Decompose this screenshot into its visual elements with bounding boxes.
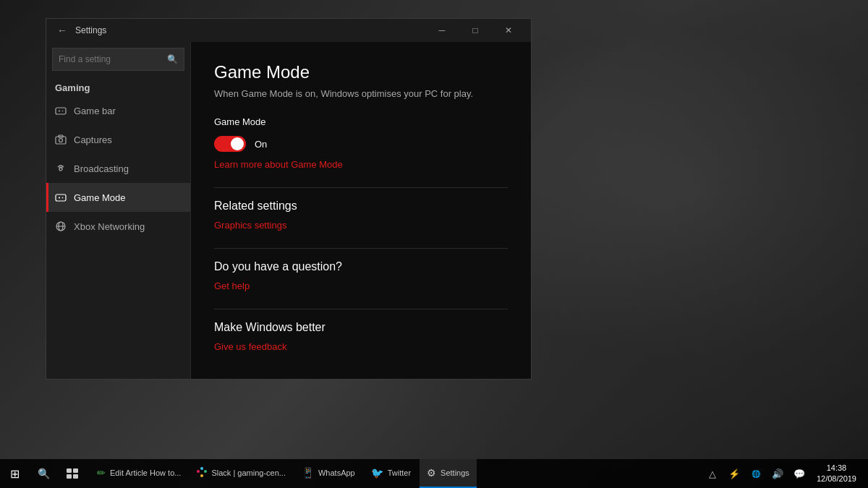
xbox-networking-icon [55, 221, 67, 232]
taskbar-app-edit-article[interactable]: ✏ Edit Article How to... [90, 459, 188, 488]
svg-rect-16 [73, 468, 78, 473]
twitter-icon: 🐦 [371, 467, 383, 479]
svg-rect-15 [67, 468, 72, 473]
edit-article-icon: ✏ [97, 467, 106, 479]
taskbar-apps: ✏ Edit Article How to... Slack | gaming-… [87, 459, 702, 488]
back-button[interactable]: ← [52, 20, 72, 40]
sidebar-item-captures[interactable]: Captures [46, 125, 190, 154]
sidebar-item-captures-label: Captures [74, 134, 112, 145]
game-mode-toggle[interactable] [214, 136, 246, 152]
close-button[interactable]: ✕ [492, 19, 525, 42]
sidebar-item-game-bar-label: Game bar [74, 106, 116, 116]
question-heading: Do you have a question? [214, 260, 508, 273]
svg-point-5 [59, 139, 63, 142]
sidebar-item-game-bar[interactable]: Game bar [46, 96, 190, 125]
page-description: When Game Mode is on, Windows optimises … [214, 88, 508, 99]
sidebar-item-broadcasting[interactable]: Broadcasting [46, 154, 190, 183]
title-bar: ← Settings ─ □ ✕ [46, 19, 531, 42]
whatsapp-icon: 📱 [302, 467, 314, 479]
settings-icon: ⚙ [427, 467, 436, 479]
edit-article-label: Edit Article How to... [110, 468, 181, 477]
taskbar-tray: △ ⚡ 🌐 🔊 💬 14:38 12/08/2019 [702, 459, 868, 488]
page-title: Game Mode [214, 62, 508, 82]
game-mode-setting-label: Game Mode [214, 116, 508, 127]
tray-icon-4[interactable]: 💬 [789, 459, 809, 488]
taskbar-app-whatsapp[interactable]: 📱 WhatsApp [294, 459, 362, 488]
start-button[interactable]: ⊞ [0, 459, 29, 488]
clock-time: 14:38 [827, 463, 847, 474]
svg-rect-17 [67, 474, 72, 479]
graphics-settings-link[interactable]: Graphics settings [214, 220, 286, 231]
task-view-button[interactable] [58, 459, 87, 488]
taskbar-app-twitter[interactable]: 🐦 Twitter [364, 459, 418, 488]
toggle-knob [231, 137, 244, 150]
tray-icon-2[interactable]: 🌐 [746, 459, 766, 488]
game-bar-icon [55, 105, 67, 116]
tray-icon-3[interactable]: 🔊 [767, 459, 788, 488]
minimize-button[interactable]: ─ [425, 19, 459, 42]
divider-1 [214, 187, 508, 188]
tray-icon-1[interactable]: ⚡ [724, 459, 744, 488]
window-title: Settings [75, 25, 106, 35]
divider-3 [214, 309, 508, 309]
slack-label: Slack | gaming-cen... [211, 468, 286, 477]
search-icon: 🔍 [167, 54, 178, 64]
sidebar-item-xbox-networking-label: Xbox Networking [74, 221, 145, 232]
captures-icon [55, 134, 67, 145]
sidebar-section-label: Gaming [46, 77, 190, 96]
sidebar: 🔍 Gaming Game bar [46, 42, 191, 379]
taskbar-clock[interactable]: 14:38 12/08/2019 [811, 463, 862, 485]
taskbar-search-button[interactable]: 🔍 [29, 459, 58, 488]
svg-rect-8 [56, 194, 66, 201]
toggle-row: On [214, 136, 508, 152]
related-settings-heading: Related settings [214, 200, 508, 213]
tray-chevron[interactable]: △ [702, 459, 723, 488]
search-input[interactable] [59, 54, 167, 64]
taskbar-app-settings[interactable]: ⚙ Settings [420, 459, 477, 488]
settings-label: Settings [441, 468, 469, 477]
svg-rect-22 [200, 474, 203, 477]
svg-rect-0 [56, 108, 66, 114]
search-box[interactable]: 🔍 [52, 48, 184, 71]
sidebar-item-xbox-networking[interactable]: Xbox Networking [46, 212, 190, 241]
learn-more-link[interactable]: Learn more about Game Mode [214, 159, 343, 170]
make-better-heading: Make Windows better [214, 321, 508, 334]
divider-2 [214, 248, 508, 249]
svg-point-3 [62, 111, 64, 112]
sidebar-item-game-mode[interactable]: Game Mode [46, 183, 190, 212]
feedback-link[interactable]: Give us feedback [214, 341, 286, 352]
sidebar-item-broadcasting-label: Broadcasting [74, 163, 129, 174]
broadcasting-icon [55, 163, 67, 174]
taskbar: ⊞ 🔍 ✏ Edit Article How to... S [0, 459, 868, 488]
window-body: 🔍 Gaming Game bar [46, 42, 531, 379]
svg-rect-21 [204, 470, 207, 473]
whatsapp-label: WhatsApp [318, 468, 355, 477]
twitter-label: Twitter [388, 468, 411, 477]
get-help-link[interactable]: Get help [214, 281, 250, 291]
slack-icon [197, 467, 207, 479]
svg-point-11 [62, 197, 64, 199]
window-controls: ─ □ ✕ [425, 19, 525, 42]
taskbar-app-slack[interactable]: Slack | gaming-cen... [190, 459, 293, 488]
toggle-state-label: On [255, 139, 267, 150]
maximize-button[interactable]: □ [459, 19, 492, 42]
settings-window: ← Settings ─ □ ✕ 🔍 Gaming [46, 18, 532, 380]
svg-rect-18 [73, 474, 78, 479]
sidebar-item-game-mode-label: Game Mode [74, 192, 126, 203]
game-mode-icon [55, 192, 67, 203]
clock-date: 12/08/2019 [817, 474, 856, 484]
svg-rect-20 [200, 467, 203, 470]
main-panel: Game Mode When Game Mode is on, Windows … [191, 42, 531, 379]
svg-rect-19 [197, 470, 200, 473]
svg-point-7 [59, 168, 62, 171]
